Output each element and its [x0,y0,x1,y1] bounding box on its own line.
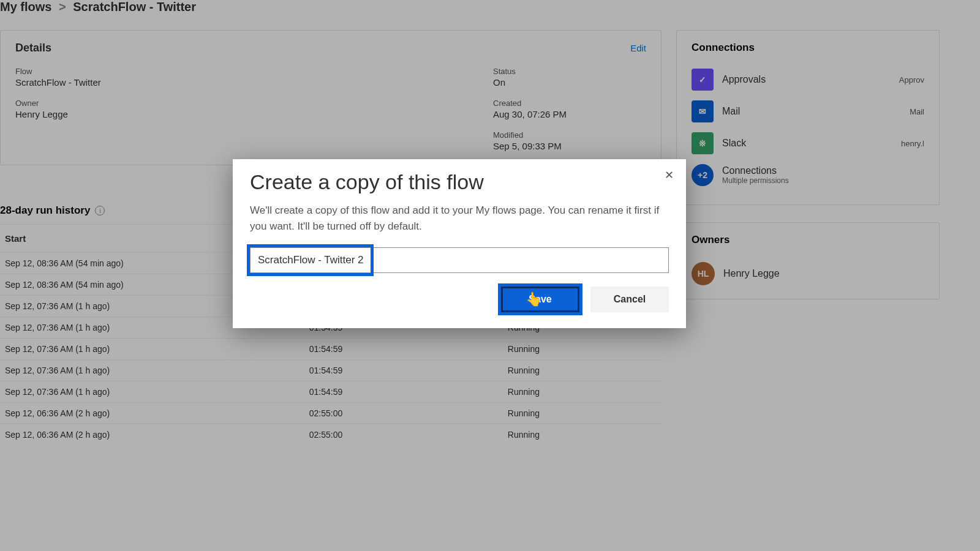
cancel-button[interactable]: Cancel [590,287,669,312]
modal-description: We'll create a copy of this flow and add… [250,203,669,234]
close-icon[interactable]: ✕ [660,167,677,184]
copy-flow-modal: ✕ Create a copy of this flow We'll creat… [233,159,686,328]
modal-title: Create a copy of this flow [250,170,669,194]
flow-name-input-wrap [250,247,669,273]
flow-name-input[interactable] [251,248,667,272]
save-button-label: Save [529,294,551,305]
cancel-button-label: Cancel [614,294,646,305]
save-button[interactable]: Save [501,287,579,312]
